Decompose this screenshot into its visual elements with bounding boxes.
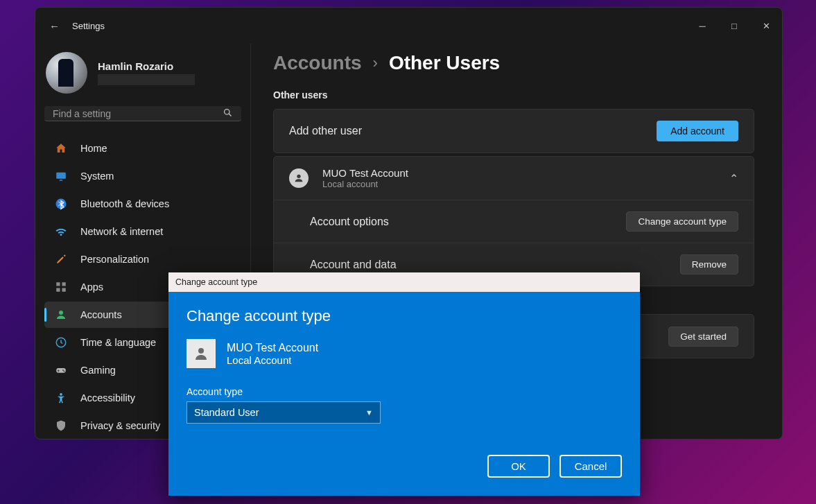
nav-label: Home xyxy=(80,143,107,154)
accessibility-icon xyxy=(54,391,68,405)
svg-point-15 xyxy=(297,175,300,178)
nav-label: Apps xyxy=(80,281,103,293)
dialog-title: Change account type xyxy=(168,272,640,292)
search-box[interactable] xyxy=(44,106,241,121)
account-card: MUO Test Account Local account ⌃ Account… xyxy=(273,156,754,286)
user-header: Hamlin Rozario xyxy=(44,52,241,94)
breadcrumb: Accounts › Other Users xyxy=(273,52,754,74)
account-subtitle: Local account xyxy=(322,179,408,189)
svg-rect-8 xyxy=(62,288,66,292)
home-icon xyxy=(54,141,68,155)
chevron-up-icon: ⌃ xyxy=(729,172,738,185)
add-other-user-label: Add other user xyxy=(289,125,362,137)
wifi-icon xyxy=(54,225,68,238)
apps-icon xyxy=(54,280,68,294)
svg-point-14 xyxy=(60,393,62,396)
svg-point-12 xyxy=(62,370,64,371)
dialog-user: MUO Test Account Local Account xyxy=(186,339,622,368)
svg-point-0 xyxy=(225,109,230,114)
breadcrumb-parent[interactable]: Accounts xyxy=(273,52,362,74)
account-header-row[interactable]: MUO Test Account Local account ⌃ xyxy=(274,157,754,200)
svg-rect-5 xyxy=(56,282,60,286)
nav-network[interactable]: Network & internet xyxy=(44,218,241,245)
nav-label: Privacy & security xyxy=(80,420,160,431)
nav-label: Accessibility xyxy=(80,392,135,403)
add-account-button[interactable]: Add account xyxy=(657,121,738,141)
clock-icon xyxy=(54,336,68,349)
user-name: Hamlin Rozario xyxy=(98,60,195,72)
nav-label: System xyxy=(80,171,114,182)
svg-point-16 xyxy=(198,348,204,354)
nav-label: Personalization xyxy=(80,254,149,265)
nav-label: Bluetooth & devices xyxy=(80,198,169,209)
add-user-card: Add other user Add account xyxy=(273,109,754,153)
change-account-type-dialog: Change account type Change account type … xyxy=(168,272,640,496)
account-name: MUO Test Account xyxy=(322,167,408,179)
ok-button[interactable]: OK xyxy=(487,455,550,478)
back-arrow-icon[interactable]: ← xyxy=(49,20,60,32)
cancel-button[interactable]: Cancel xyxy=(559,455,622,478)
titlebar: ← Settings ─ □ ✕ xyxy=(35,8,782,44)
dialog-user-name: MUO Test Account xyxy=(227,342,318,354)
svg-rect-6 xyxy=(62,282,66,286)
minimize-button[interactable]: ─ xyxy=(686,12,718,40)
user-icon xyxy=(289,168,309,188)
account-options-label: Account options xyxy=(310,216,389,228)
nav-label: Time & language xyxy=(80,337,156,348)
svg-rect-3 xyxy=(60,180,63,181)
svg-rect-7 xyxy=(56,288,60,292)
search-icon[interactable] xyxy=(223,107,233,120)
gaming-icon xyxy=(54,363,68,377)
svg-rect-2 xyxy=(56,173,66,179)
breadcrumb-current: Other Users xyxy=(389,52,500,74)
window-title: Settings xyxy=(72,21,105,31)
get-started-button[interactable]: Get started xyxy=(668,327,738,347)
shield-icon xyxy=(54,419,68,433)
account-options-row: Account options Change account type xyxy=(274,200,754,243)
user-avatar[interactable] xyxy=(46,52,87,94)
dialog-heading: Change account type xyxy=(186,307,622,325)
search-input[interactable] xyxy=(53,108,223,119)
account-data-label: Account and data xyxy=(310,259,397,271)
bluetooth-icon xyxy=(54,197,68,211)
nav-system[interactable]: System xyxy=(44,163,241,189)
svg-point-9 xyxy=(59,311,63,315)
nav-label: Network & internet xyxy=(80,226,163,237)
maximize-button[interactable]: □ xyxy=(718,12,750,40)
system-icon xyxy=(54,169,68,183)
remove-account-button[interactable]: Remove xyxy=(680,254,738,275)
dropdown-selected: Standard User xyxy=(194,407,259,418)
window-buttons: ─ □ ✕ xyxy=(686,12,782,40)
chevron-right-icon: › xyxy=(373,54,378,72)
nav-home[interactable]: Home xyxy=(44,135,241,162)
account-type-dropdown[interactable]: Standard User ▼ xyxy=(186,401,381,424)
change-account-type-button[interactable]: Change account type xyxy=(626,211,738,232)
chevron-down-icon: ▼ xyxy=(365,408,373,417)
svg-line-1 xyxy=(229,114,231,116)
account-type-label: Account type xyxy=(186,386,622,397)
section-title: Other users xyxy=(273,89,754,101)
accounts-icon xyxy=(54,308,68,322)
nav-label: Gaming xyxy=(80,365,116,376)
user-email xyxy=(98,74,195,85)
svg-point-13 xyxy=(64,371,65,372)
nav-label: Accounts xyxy=(80,309,122,320)
nav-bluetooth[interactable]: Bluetooth & devices xyxy=(44,191,241,217)
user-icon xyxy=(186,339,216,368)
dialog-user-sub: Local Account xyxy=(227,354,318,366)
brush-icon xyxy=(54,252,68,266)
close-button[interactable]: ✕ xyxy=(750,12,782,40)
nav-personalization[interactable]: Personalization xyxy=(44,246,241,272)
